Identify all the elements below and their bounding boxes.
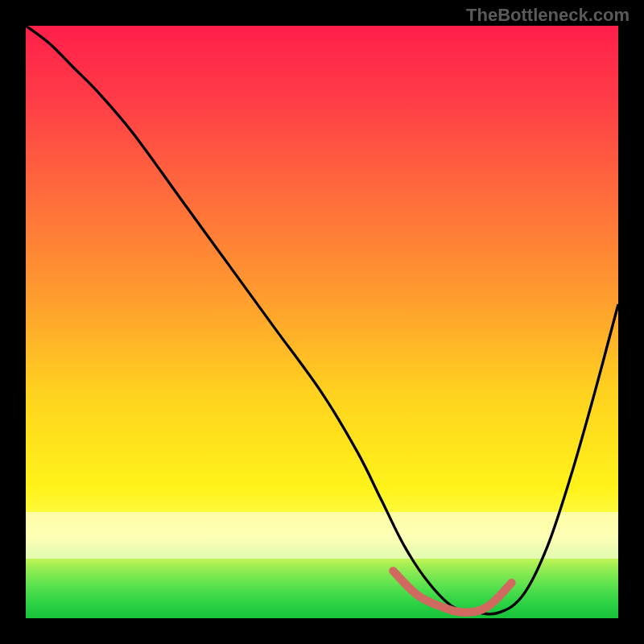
plot-area <box>26 26 618 618</box>
valley-highlight <box>393 571 511 613</box>
chart-frame <box>26 26 618 618</box>
bottleneck-curve <box>26 26 618 614</box>
curve-layer <box>26 26 618 618</box>
watermark-text: TheBottleneck.com <box>466 5 630 26</box>
